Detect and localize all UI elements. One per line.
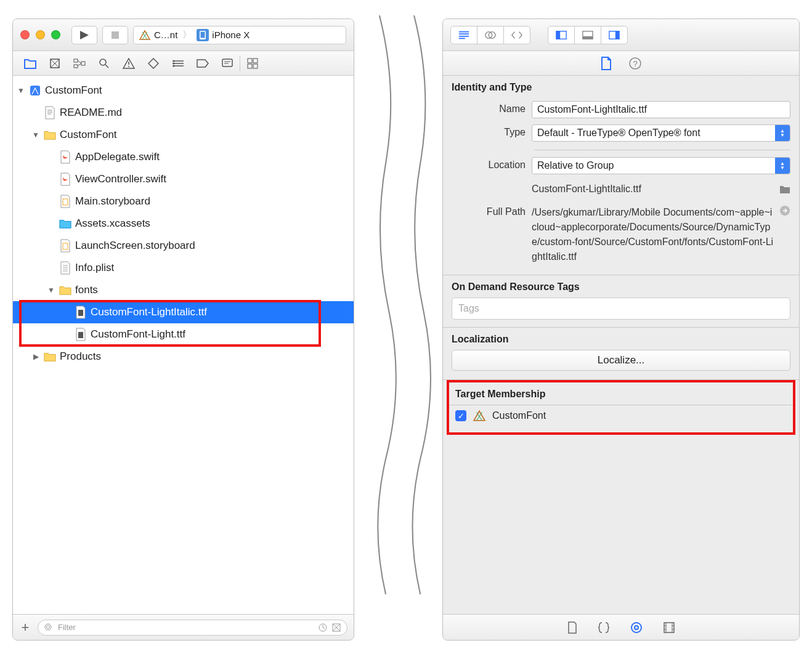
ttf-icon	[75, 328, 87, 341]
toggle-navigator-button[interactable]	[548, 26, 575, 44]
file-template-library-tab[interactable]	[567, 621, 577, 634]
version-editor-button[interactable]	[503, 26, 530, 44]
file-inspector-tab[interactable]	[601, 57, 612, 70]
target-name: CustomFont	[492, 410, 546, 421]
location-select[interactable]: Relative to Group ▲▼	[532, 157, 790, 174]
minimize-window-button[interactable]	[36, 30, 45, 39]
app-icon	[139, 29, 151, 41]
svg-rect-34	[615, 31, 619, 39]
fullpath-label: Full Path	[452, 204, 526, 217]
folder-icon	[44, 350, 56, 363]
name-field[interactable]: CustomFont-LightItalic.ttf	[532, 101, 790, 118]
tree-row[interactable]: LaunchScreen.storyboard	[13, 235, 354, 257]
target-checkbox[interactable]: ✓	[455, 410, 466, 421]
location-file-text: CustomFont-LightItalic.ttf	[532, 180, 774, 198]
run-button[interactable]	[71, 26, 97, 44]
disclosure-triangle[interactable]: ▼	[17, 86, 25, 95]
media-library-tab[interactable]	[664, 622, 675, 633]
library-button[interactable]	[240, 51, 265, 76]
inspector-pane: ? Identity and Type Name CustomFont-Ligh…	[442, 18, 800, 641]
issue-navigator-tab[interactable]	[116, 51, 141, 76]
disclosure-triangle[interactable]: ▼	[31, 131, 40, 139]
tree-row-label: CustomFont	[60, 129, 117, 141]
md-icon	[44, 106, 56, 119]
folder-icon[interactable]	[779, 184, 790, 194]
tree-row-label: Products	[60, 350, 101, 363]
project-navigator-tab[interactable]	[18, 51, 43, 76]
tags-field[interactable]: Tags	[452, 297, 790, 320]
toggle-inspector-button[interactable]	[601, 26, 628, 44]
tree-row[interactable]: ▶Products	[13, 346, 354, 368]
svg-marker-0	[80, 31, 89, 39]
svg-rect-16	[248, 64, 252, 68]
tree-row[interactable]: Info.plist	[13, 257, 354, 279]
swift-icon	[59, 150, 71, 164]
location-label: Location	[452, 157, 526, 171]
tree-row-label: fonts	[75, 284, 98, 296]
quick-help-tab[interactable]: ?	[629, 57, 641, 70]
close-window-button[interactable]	[20, 30, 30, 39]
disclosure-triangle[interactable]: ▶	[31, 352, 40, 361]
add-button[interactable]: +	[19, 620, 31, 636]
tree-row[interactable]: ViewController.swift	[13, 168, 354, 190]
chevron-updown-icon: ▲▼	[775, 125, 790, 141]
test-navigator-tab[interactable]	[141, 51, 166, 76]
stop-button[interactable]	[102, 26, 128, 44]
phone-icon	[197, 29, 209, 41]
scm-filter-icon[interactable]	[332, 623, 341, 632]
assistant-editor-button[interactable]	[477, 26, 504, 44]
code-snippet-library-tab[interactable]	[598, 621, 609, 634]
svg-rect-5	[74, 59, 78, 62]
tree-row[interactable]: ▼fonts	[13, 279, 354, 301]
breakpoint-navigator-tab[interactable]	[190, 51, 215, 76]
tags-placeholder: Tags	[458, 303, 479, 314]
svg-rect-3	[201, 31, 205, 38]
standard-editor-button[interactable]	[450, 26, 477, 44]
fullpath-value: /Users/gkumar/Library/Mobile Documents/c…	[532, 204, 774, 265]
navigator-pane: C…nt 〉 iPhone X	[12, 18, 354, 641]
reveal-in-finder-icon[interactable]	[779, 204, 790, 265]
editor-mode-segmented	[450, 26, 530, 44]
chevron-updown-icon: ▲▼	[775, 158, 790, 174]
library-tabs	[443, 614, 799, 640]
svg-rect-18	[30, 86, 40, 95]
type-select[interactable]: Default - TrueType® OpenType® font ▲▼	[532, 124, 790, 142]
scheme-selector[interactable]: C…nt 〉 iPhone X	[133, 26, 346, 44]
debug-navigator-tab[interactable]	[166, 51, 190, 76]
tree-row[interactable]: Main.storyboard	[13, 190, 354, 212]
scheme-separator: 〉	[182, 29, 192, 41]
tree-row-label: CustomFont-LightItalic.ttf	[91, 306, 207, 318]
svg-rect-6	[74, 65, 78, 68]
tree-row[interactable]: ▼CustomFont	[13, 124, 354, 146]
symbol-navigator-tab[interactable]	[67, 51, 92, 76]
swift-icon	[59, 172, 71, 186]
tree-row-label: Main.storyboard	[75, 195, 150, 208]
svg-point-9	[128, 66, 129, 67]
panel-toggle-segmented	[548, 26, 628, 44]
filter-input[interactable]: Filter	[38, 620, 347, 636]
svg-rect-1	[112, 31, 119, 39]
tree-row[interactable]: ▼CustomFont	[13, 79, 354, 102]
tree-row[interactable]: README.md	[13, 102, 354, 124]
tree-row[interactable]: CustomFont-Light.ttf	[13, 323, 354, 346]
zoom-window-button[interactable]	[51, 30, 60, 39]
localize-button[interactable]: Localize...	[452, 350, 790, 371]
inspector-titlebar	[443, 19, 799, 51]
type-label: Type	[452, 124, 526, 138]
target-membership-highlight: Target Membership ✓ CustomFont	[447, 380, 795, 435]
toggle-debug-area-button[interactable]	[574, 26, 601, 44]
source-control-navigator-tab[interactable]	[43, 51, 67, 76]
svg-point-12	[173, 65, 175, 67]
tree-row[interactable]: Assets.xcassets	[13, 212, 354, 235]
project-tree[interactable]: ▼CustomFontREADME.md▼CustomFontAppDelega…	[13, 76, 354, 614]
object-library-tab[interactable]	[630, 621, 643, 634]
tree-row[interactable]: AppDelegate.swift	[13, 146, 354, 168]
clock-icon[interactable]	[319, 623, 327, 632]
find-navigator-tab[interactable]	[92, 51, 116, 76]
scheme-app-label: C…nt	[154, 30, 177, 40]
disclosure-triangle[interactable]: ▼	[47, 286, 55, 294]
filter-bar: + Filter	[13, 614, 354, 640]
filter-icon	[44, 623, 53, 632]
tree-row[interactable]: CustomFont-LightItalic.ttf	[13, 301, 354, 323]
report-navigator-tab[interactable]	[215, 51, 240, 76]
